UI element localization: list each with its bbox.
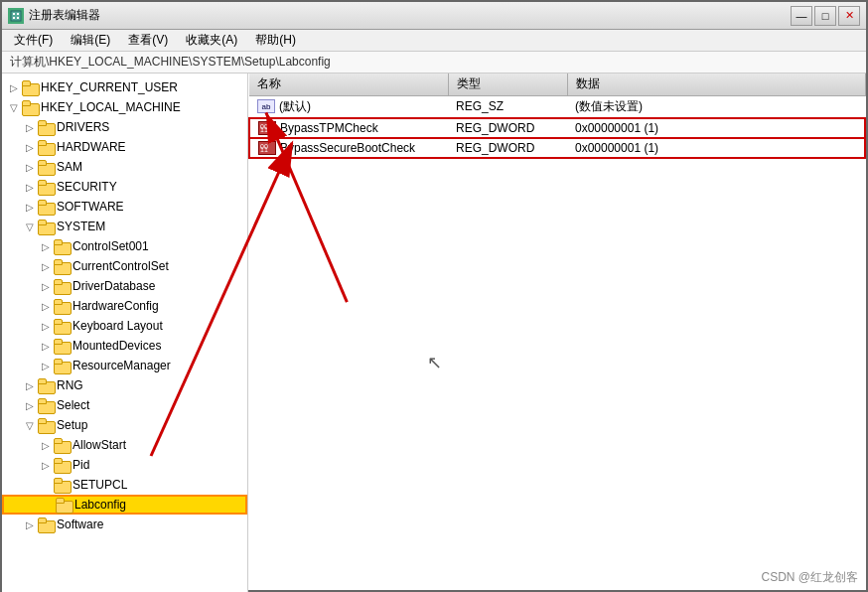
tree-item-software2[interactable]: ▷ Software — [2, 515, 247, 534]
expander-select[interactable]: ▷ — [22, 400, 38, 411]
expander-currentcontrolset[interactable]: ▷ — [38, 261, 54, 272]
tree-item-allowstart[interactable]: ▷ AllowStart — [2, 435, 247, 455]
expander-system[interactable]: ▽ — [22, 222, 38, 232]
tree-label-software2: Software — [57, 518, 103, 531]
tree-item-sam[interactable]: ▷ SAM — [2, 157, 247, 177]
menu-edit[interactable]: 编辑(E) — [63, 30, 118, 51]
tree-label-driverdatabase: DriverDatabase — [72, 279, 155, 293]
right-panel-inner: 名称 类型 数据 ab (默认) — [248, 74, 866, 592]
close-button[interactable]: ✕ — [838, 6, 860, 26]
tree-item-system[interactable]: ▽ SYSTEM — [2, 217, 247, 236]
tree-item-hkcu[interactable]: ▷ HKEY_CURRENT_USER — [2, 77, 247, 97]
cell-name-bypasstpm: 00 11 BypassTPMCheck — [249, 118, 448, 138]
expander-software[interactable]: ▷ — [22, 202, 38, 213]
cell-data-bypasstpm: 0x00000001 (1) — [567, 118, 865, 138]
tree-label-security: SECURITY — [57, 180, 117, 194]
tree-item-hardware[interactable]: ▷ HARDWARE — [2, 137, 247, 157]
tree-item-security[interactable]: ▷ SECURITY — [2, 177, 247, 197]
folder-icon-driverdatabase — [54, 279, 70, 293]
folder-icon-select — [38, 398, 54, 412]
tree-item-controlset001[interactable]: ▷ ControlSet001 — [2, 236, 247, 256]
tree-item-setupcl[interactable]: ▷ SETUPCL — [2, 475, 247, 495]
table-row[interactable]: 00 11 BypassTPMCheck REG_DWORD 0x0000000… — [249, 118, 865, 138]
folder-icon-hkcu — [22, 80, 38, 94]
maximize-button[interactable]: □ — [814, 6, 836, 26]
tree-item-hardwareconfig[interactable]: ▷ HardwareConfig — [2, 296, 247, 316]
table-row[interactable]: ab (默认) REG_SZ (数值未设置) — [249, 95, 865, 118]
tree-item-driverdatabase[interactable]: ▷ DriverDatabase — [2, 276, 247, 296]
cell-name-bypasssecure: 00 11 BypassSecureBootCheck — [249, 138, 448, 158]
dword-icon-bypasssecure: 00 11 — [258, 141, 276, 155]
tree-item-select[interactable]: ▷ Select — [2, 395, 247, 415]
tree-item-software[interactable]: ▷ SOFTWARE — [2, 197, 247, 217]
folder-icon-mounteddevices — [54, 339, 70, 353]
folder-icon-software2 — [38, 518, 54, 531]
window-controls: — □ ✕ — [791, 6, 860, 26]
expander-security[interactable]: ▷ — [22, 182, 38, 193]
expander-resourcemanager[interactable]: ▷ — [38, 361, 54, 371]
tree-label-currentcontrolset: CurrentControlSet — [72, 259, 169, 273]
tree-label-hkcu: HKEY_CURRENT_USER — [41, 80, 178, 94]
expander-hklm[interactable]: ▽ — [6, 102, 22, 113]
expander-keyboardlayout[interactable]: ▷ — [38, 321, 54, 332]
tree-label-pid: Pid — [72, 458, 89, 472]
expander-pid[interactable]: ▷ — [38, 460, 54, 471]
address-bar: 计算机\HKEY_LOCAL_MACHINE\SYSTEM\Setup\Labc… — [2, 52, 866, 74]
tree-label-allowstart: AllowStart — [72, 438, 126, 452]
folder-icon-setup — [38, 418, 54, 432]
expander-rng[interactable]: ▷ — [22, 380, 38, 391]
svg-rect-0 — [11, 11, 21, 21]
expander-controlset001[interactable]: ▷ — [38, 241, 54, 252]
tree-label-controlset001: ControlSet001 — [72, 239, 149, 253]
minimize-button[interactable]: — — [791, 6, 812, 26]
cell-type-bypasstpm: REG_DWORD — [448, 118, 567, 138]
expander-software2[interactable]: ▷ — [22, 519, 38, 530]
right-panel: 名称 类型 数据 ab (默认) — [248, 74, 866, 592]
expander-allowstart[interactable]: ▷ — [38, 440, 54, 451]
menu-favorites[interactable]: 收藏夹(A) — [178, 30, 245, 51]
cursor-indicator: ↖ — [427, 352, 442, 373]
expander-mounteddevices[interactable]: ▷ — [38, 341, 54, 352]
tree-item-labconfig[interactable]: ▷ Labconfig — [2, 495, 247, 515]
tree-item-mounteddevices[interactable]: ▷ MountedDevices — [2, 336, 247, 356]
expander-sam[interactable]: ▷ — [22, 162, 38, 173]
menu-help[interactable]: 帮助(H) — [247, 30, 304, 51]
tree-item-rng[interactable]: ▷ RNG — [2, 375, 247, 395]
folder-icon-hardwareconfig — [54, 299, 70, 313]
folder-icon-currentcontrolset — [54, 259, 70, 273]
tree-item-currentcontrolset[interactable]: ▷ CurrentControlSet — [2, 256, 247, 276]
expander-hardwareconfig[interactable]: ▷ — [38, 301, 54, 312]
expander-hardware[interactable]: ▷ — [22, 142, 38, 153]
cell-name-default: ab (默认) — [249, 95, 448, 118]
menu-bar: 文件(F) 编辑(E) 查看(V) 收藏夹(A) 帮助(H) — [2, 30, 866, 52]
menu-file[interactable]: 文件(F) — [6, 30, 61, 51]
tree-panel: ▷ HKEY_CURRENT_USER ▽ HKEY_LOCAL_MACHINE… — [2, 74, 248, 592]
tree-item-hklm[interactable]: ▽ HKEY_LOCAL_MACHINE — [2, 97, 247, 117]
window: 注册表编辑器 — □ ✕ 文件(F) 编辑(E) 查看(V) 收藏夹(A) 帮助… — [0, 0, 868, 592]
cell-data-default: (数值未设置) — [567, 95, 865, 118]
tree-item-resourcemanager[interactable]: ▷ ResourceManager — [2, 356, 247, 375]
folder-icon-labconfig — [56, 498, 72, 512]
folder-icon-setupcl — [54, 478, 70, 492]
tree-item-setup[interactable]: ▽ Setup — [2, 415, 247, 435]
tree-label-setup: Setup — [57, 418, 87, 432]
registry-table: 名称 类型 数据 ab (默认) — [248, 74, 866, 159]
tree-label-software: SOFTWARE — [57, 200, 124, 214]
expander-setup[interactable]: ▽ — [22, 420, 38, 431]
menu-view[interactable]: 查看(V) — [120, 30, 176, 51]
window-title: 注册表编辑器 — [29, 7, 791, 24]
folder-icon-sam — [38, 160, 54, 174]
address-path: 计算机\HKEY_LOCAL_MACHINE\SYSTEM\Setup\Labc… — [10, 54, 331, 71]
folder-icon-pid — [54, 458, 70, 472]
tree-label-hardware: HARDWARE — [57, 140, 126, 154]
svg-rect-4 — [17, 17, 19, 19]
expander-drivers[interactable]: ▷ — [22, 122, 38, 133]
tree-item-pid[interactable]: ▷ Pid — [2, 455, 247, 475]
expander-hkcu[interactable]: ▷ — [6, 82, 22, 93]
table-row[interactable]: 00 11 BypassSecureBootCheck REG_DWORD 0x… — [249, 138, 865, 158]
col-type: 类型 — [448, 74, 567, 95]
tree-item-keyboardlayout[interactable]: ▷ Keyboard Layout — [2, 316, 247, 336]
expander-driverdatabase[interactable]: ▷ — [38, 281, 54, 292]
tree-item-drivers[interactable]: ▷ DRIVERS — [2, 117, 247, 137]
cell-type-default: REG_SZ — [448, 95, 567, 118]
